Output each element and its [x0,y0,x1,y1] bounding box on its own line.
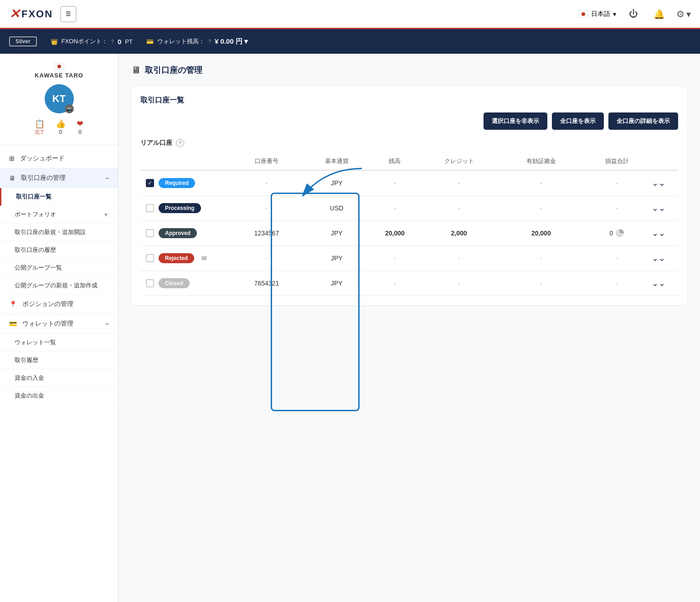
expand-cell[interactable]: ⌄⌄ [652,170,678,196]
mail-icon[interactable]: ✉ [201,255,207,262]
currency-cell: USD [302,196,372,221]
chevron-down-icon: ▾ [244,37,248,46]
sidebar-item-withdraw[interactable]: 資金の出金 [0,387,118,405]
th-margin: 有効証拠金 [500,153,582,170]
th-account-no: 口座番号 [232,153,302,170]
language-selector[interactable]: 日本語 ▾ [578,10,616,18]
plus-icon: ＋ [103,210,109,219]
power-button[interactable]: ⏻ [625,6,642,22]
sidebar-item-new-group[interactable]: 公開グループの新規・追加作成 [0,277,118,295]
row-checkbox[interactable] [146,204,154,212]
sidebar-item-portfolio[interactable]: ポートフォリオ ＋ [0,206,118,224]
sidebar-item-trading[interactable]: 🖥 取引口座の管理 − [0,168,118,188]
show-all-button[interactable]: 全口座を表示 [552,112,604,130]
status-cell: Closed [140,271,232,296]
expand-button[interactable]: ⌄⌄ [652,227,665,240]
sidebar-item-wallet-mgmt[interactable]: 💳 ウォレットの管理 − [0,314,118,334]
table-row: Required - JPY - - - - ⌄⌄ [140,170,678,196]
wallet-section: 💳 ウォレット残高： ? ¥ 0.00 円 ▾ [146,37,248,46]
balance-cell: 20,000 [372,221,418,246]
balance-cell: - [372,170,418,196]
sidebar-item-account-history[interactable]: 取引口座の履歴 [0,241,118,259]
crown-icon: 👑 [51,38,58,45]
table-row: Processing - USD - - - - ⌄⌄ [140,196,678,221]
margin-cell: - [500,170,582,196]
expand-button[interactable]: ⌄⌄ [652,277,665,290]
status-cell: Processing [140,196,232,221]
dashboard-label: ダッシュボード [20,154,65,163]
show-details-button[interactable]: 全口座の詳細を表示 [608,112,678,130]
points-label: FXONポイント： [62,37,108,46]
sidebar-item-public-group[interactable]: 公開グループ一覧 [0,259,118,277]
sidebar-item-trade-history[interactable]: 取引履歴 [0,352,118,369]
wallet-value: ¥ 0.00 円 [215,37,242,46]
hamburger-button[interactable]: ☰ [60,6,77,22]
status-cell: Approved [140,221,232,246]
account-no-cell: 1234567 [232,221,302,246]
sidebar-item-account-list[interactable]: 取引口座一覧 [0,188,118,206]
sidebar-item-dashboard[interactable]: ⊞ ダッシュボード [0,149,118,168]
logo-fxon: FXON [21,8,53,20]
hide-selected-button[interactable]: 選択口座を非表示 [484,112,547,130]
row-checkbox[interactable] [146,229,154,237]
avatar: KT 📷 [45,84,74,113]
currency-cell: JPY [302,246,372,271]
real-account-text: リアル口座 [140,139,172,147]
status-cell: Rejected ✉ [140,246,232,271]
table-row: Approved 1234567 JPY 20,000 2,000 20,000… [140,221,678,246]
expand-cell[interactable]: ⌄⌄ [652,196,678,221]
points-unit: PT [125,38,133,45]
row-checkbox[interactable] [146,179,154,187]
margin-cell: - [500,196,582,221]
status-badge: Closed [159,278,190,288]
wallet-amount[interactable]: ¥ 0.00 円 ▾ [215,37,248,46]
sidebar-item-wallet-list[interactable]: ウォレット一覧 [0,334,118,352]
table-row: Rejected ✉ - JPY - - - - ⌄⌄ [140,246,678,271]
expand-button[interactable]: ⌄⌄ [652,252,665,265]
wallet-icon: 💳 [146,38,154,45]
status-badge: Required [159,178,195,188]
sidebar-item-positions[interactable]: 📍 ポジションの管理 [0,295,118,314]
hamburger-icon: ☰ [66,10,71,17]
like-icon: 👍 [56,119,66,129]
table-row: Closed 7654321 JPY - - - - ⌄⌄ [140,271,678,296]
expand-button[interactable]: ⌄⌄ [652,177,665,189]
wallet-help[interactable]: ? [208,39,211,44]
expand-cell[interactable]: ⌄⌄ [652,271,678,296]
expand-cell[interactable]: ⌄⌄ [652,221,678,246]
row-checkbox[interactable] [146,279,154,287]
points-help[interactable]: ? [111,39,114,44]
collapse-wallet-icon: − [105,320,109,327]
balance-cell: - [372,196,418,221]
sidebar-item-deposit[interactable]: 資金の入金 [0,369,118,387]
credit-cell: - [418,271,500,296]
sidebar-item-open-account[interactable]: 取引口座の新規・追加開設 [0,224,118,241]
heart-value: 0 [77,129,83,135]
balance-cell: - [372,271,418,296]
th-balance: 残高 [372,153,418,170]
real-account-help[interactable]: ? [176,139,184,147]
expand-cell[interactable]: ⌄⌄ [652,246,678,271]
account-no-cell: 7654321 [232,271,302,296]
settings-button[interactable]: ⚙ ▾ [676,9,691,20]
currency-cell: JPY [302,170,372,196]
account-list-section: 取引口座一覧 選択口座を非表示 全口座を表示 全口座の詳細を表示 リアル口座 ? [131,87,687,305]
margin-cell: - [500,271,582,296]
user-name: KAWASE TARO [7,72,111,79]
like-value: 0 [56,129,66,135]
section-title: 取引口座一覧 [140,96,678,105]
expand-button[interactable]: ⌄⌄ [652,202,665,214]
credit-cell: - [418,170,500,196]
pnl-cell: - [582,170,652,196]
pnl-cell: 0 [582,221,652,246]
sidebar: KAWASE TARO KT 📷 📋 完了 👍 0 ❤ 0 [0,54,118,602]
table-wrapper: 口座番号 基本通貨 残高 クレジット 有効証拠金 損益合計 [140,153,678,296]
notification-button[interactable]: 🔔 [651,6,667,22]
camera-icon[interactable]: 📷 [65,104,74,113]
real-account-label: リアル口座 ? [140,139,678,147]
currency-cell: JPY [302,221,372,246]
language-label: 日本語 [591,10,610,18]
credit-cell: - [418,246,500,271]
main-layout: KAWASE TARO KT 📷 📋 完了 👍 0 ❤ 0 [0,54,700,602]
row-checkbox[interactable] [146,254,154,262]
